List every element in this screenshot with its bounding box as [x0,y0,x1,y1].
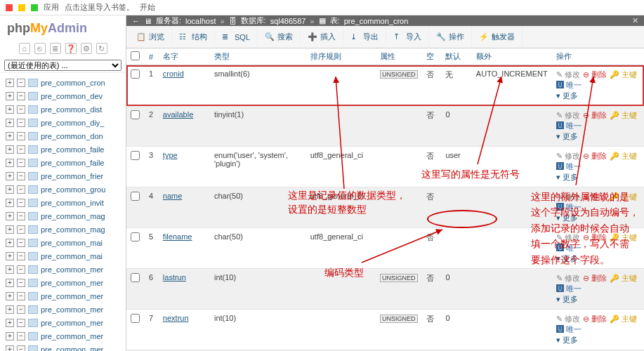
column-name[interactable]: name [163,192,183,200]
more-button[interactable]: ▾ 更多 [556,253,578,264]
tab-浏览[interactable]: 📋浏览 [129,26,172,48]
expand-icon[interactable]: + [6,92,14,100]
edit-button[interactable]: ✎ 修改 [556,110,580,121]
tab-插入[interactable]: ➕插入 [301,26,343,48]
tree-item[interactable]: +−pre_common_diy_ [0,116,126,129]
delete-button[interactable]: ⊖ 删除 [583,192,607,202]
tree-item[interactable]: +−pre_common_mer [0,316,126,329]
expand-icon[interactable]: + [6,319,14,327]
expand-icon[interactable]: + [6,172,14,180]
unique-button[interactable]: 🆄 唯一 [556,121,581,131]
column-name[interactable]: type [163,151,178,159]
column-name[interactable]: nextrun [163,314,189,322]
collapse-icon[interactable]: − [17,305,25,314]
edit-button[interactable]: ✎ 修改 [556,192,580,202]
arrow-icon[interactable]: ← [132,17,140,25]
delete-button[interactable]: ⊖ 删除 [583,110,607,121]
expand-icon[interactable]: + [6,119,14,127]
tree-item[interactable]: +−pre_common_faile [0,156,126,169]
column-name[interactable]: lastrun [163,273,186,282]
expand-icon[interactable]: + [6,292,14,300]
primary-key-button[interactable]: 🔑 主键 [610,273,637,284]
collapse-icon[interactable]: − [17,145,25,154]
tab-搜索[interactable]: 🔍搜索 [258,26,301,48]
tab-SQL[interactable]: ≣SQL [215,26,258,48]
primary-key-button[interactable]: 🔑 主键 [610,110,637,121]
delete-button[interactable]: ⊖ 删除 [583,232,607,243]
collapse-icon[interactable]: − [17,132,25,140]
tree-item[interactable]: +−pre_common_mer [0,329,126,343]
edit-button[interactable]: ✎ 修改 [556,151,580,161]
col-attr[interactable]: 属性 [376,48,422,65]
row-checkbox[interactable] [131,151,140,160]
col-extra[interactable]: 额外 [472,48,552,65]
collapse-icon[interactable]: − [17,105,25,114]
tab-触发器[interactable]: ⚡触发器 [472,26,523,48]
start-label[interactable]: 开始 [140,2,155,13]
expand-icon[interactable]: + [6,225,14,234]
edit-button[interactable]: ✎ 修改 [556,232,580,243]
delete-button[interactable]: ⊖ 删除 [583,273,607,284]
tree-item[interactable]: +−pre_common_grou [0,183,126,196]
column-name[interactable]: cronid [163,69,184,78]
unique-button[interactable]: 🆄 唯一 [556,161,581,172]
tree-item[interactable]: +−pre_common_mer [0,343,126,351]
docs-icon[interactable]: ❓ [65,43,77,54]
primary-key-button[interactable]: 🔑 主键 [610,192,637,202]
row-checkbox[interactable] [131,232,140,241]
collapse-icon[interactable]: − [17,79,25,87]
primary-key-button[interactable]: 🔑 主键 [610,69,637,80]
col-null[interactable]: 空 [422,48,442,65]
refresh-icon[interactable]: ↻ [96,43,107,54]
expand-icon[interactable]: + [6,265,14,274]
collapse-icon[interactable]: − [17,172,25,180]
bookmark-hint[interactable]: 点击这里导入书签。 [65,2,134,13]
col-num[interactable]: # [145,48,159,65]
close-icon[interactable]: ✕ [632,16,638,25]
expand-icon[interactable]: + [6,199,14,207]
delete-button[interactable]: ⊖ 删除 [583,69,607,80]
collapse-icon[interactable]: − [17,199,25,207]
edit-button[interactable]: ✎ 修改 [556,273,580,284]
edit-button[interactable]: ✎ 修改 [556,69,580,80]
tree-item[interactable]: +−pre_common_mer [0,263,126,276]
recent-tables-select[interactable]: (最近使用的表) ... [4,60,121,71]
tree-item[interactable]: +−pre_common_mer [0,303,126,316]
more-button[interactable]: ▾ 更多 [556,172,578,183]
collapse-icon[interactable]: − [17,332,25,340]
column-name[interactable]: filename [163,232,192,241]
column-name[interactable]: available [163,110,193,119]
tree-item[interactable]: +−pre_common_mer [0,276,126,289]
unique-button[interactable]: 🆄 唯一 [556,324,581,335]
tree-item[interactable]: +−pre_common_don [0,129,126,143]
expand-icon[interactable]: + [6,252,14,260]
expand-icon[interactable]: + [6,239,14,247]
collapse-icon[interactable]: − [17,279,25,287]
collapse-icon[interactable]: − [17,239,25,247]
tree-item[interactable]: +−pre_common_mag [0,209,126,223]
logout-icon[interactable]: ⎋ [34,43,46,54]
tab-导入[interactable]: ⤒导入 [386,26,429,48]
home-icon[interactable]: ⌂ [19,43,30,54]
expand-icon[interactable]: + [6,305,14,314]
expand-icon[interactable]: + [6,332,14,340]
row-checkbox[interactable] [131,69,140,79]
server-name[interactable]: localhost [185,17,216,25]
tree-item[interactable]: +−pre_common_cron [0,76,126,89]
tree-item[interactable]: +−pre_common_mai [0,236,126,249]
row-checkbox[interactable] [131,110,140,119]
collapse-icon[interactable]: − [17,92,25,100]
col-default[interactable]: 默认 [441,48,471,65]
collapse-icon[interactable]: − [17,159,25,167]
tree-item[interactable]: +−pre_common_mer [0,289,126,303]
delete-button[interactable]: ⊖ 删除 [583,151,607,161]
collapse-icon[interactable]: − [17,252,25,260]
col-type[interactable]: 类型 [210,48,306,65]
primary-key-button[interactable]: 🔑 主键 [610,232,637,243]
collapse-icon[interactable]: − [17,345,25,352]
primary-key-button[interactable]: 🔑 主键 [610,151,637,161]
collapse-icon[interactable]: − [17,212,25,220]
expand-icon[interactable]: + [6,132,14,140]
tree-item[interactable]: +−pre_common_dist [0,102,126,116]
delete-button[interactable]: ⊖ 删除 [583,314,607,324]
